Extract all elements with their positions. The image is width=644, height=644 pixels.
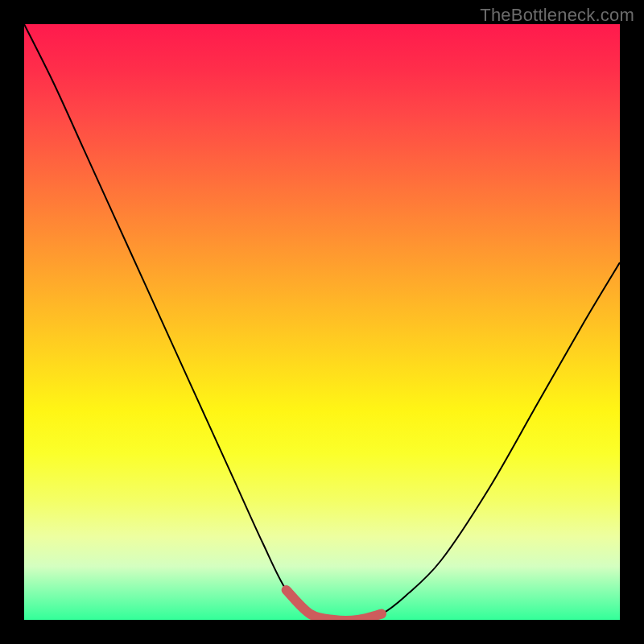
plot-area <box>24 24 620 620</box>
bottleneck-curve <box>24 24 620 620</box>
curve-svg <box>24 24 620 620</box>
watermark-text: TheBottleneck.com <box>480 5 634 26</box>
chart-frame: TheBottleneck.com <box>0 0 644 644</box>
bottleneck-highlight <box>287 590 382 620</box>
